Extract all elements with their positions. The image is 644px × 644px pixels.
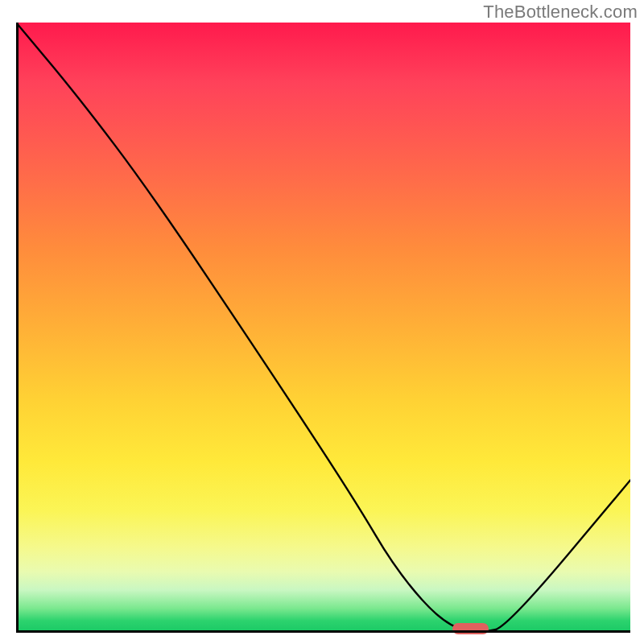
chart-container: TheBottleneck.com [0,0,644,644]
optimal-marker [452,623,489,634]
gradient-background [16,23,630,633]
watermark-text: TheBottleneck.com [483,2,638,23]
